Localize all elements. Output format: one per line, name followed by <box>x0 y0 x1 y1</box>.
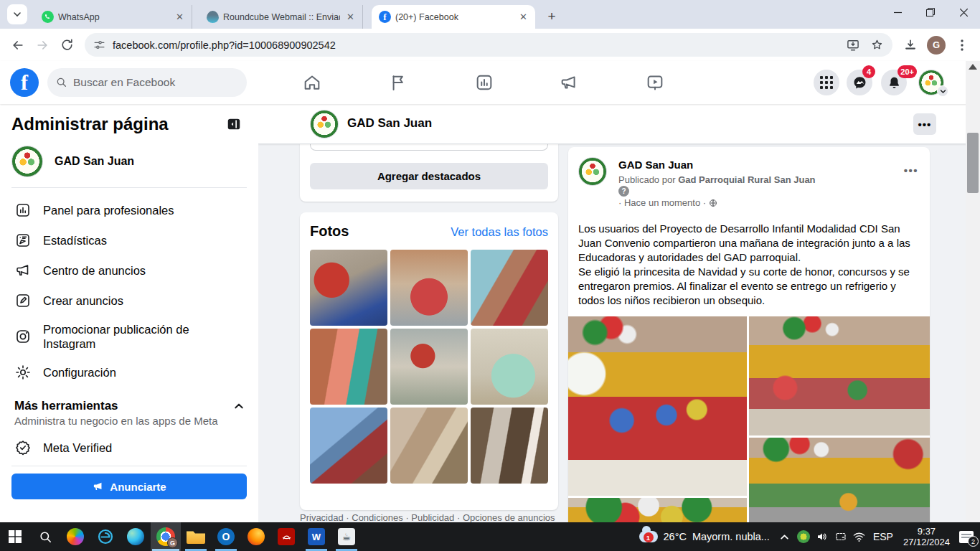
nav-ads-megaphone-icon[interactable] <box>559 72 579 93</box>
post-author-name[interactable]: GAD San Juan <box>618 159 693 171</box>
nav-professional-dashboard-icon[interactable] <box>474 72 494 93</box>
apps-grid-menu-icon[interactable] <box>814 70 839 95</box>
nav-pages-flag-icon[interactable] <box>388 72 408 93</box>
window-close-button[interactable] <box>947 0 980 24</box>
tab-search-chevron-icon[interactable] <box>7 4 27 24</box>
sidebar-item-professional-dashboard[interactable]: Panel para profesionales <box>11 195 247 225</box>
tab-close-icon[interactable]: ✕ <box>174 11 186 23</box>
acrobat-icon[interactable] <box>271 522 301 551</box>
url-text[interactable]: facebook.com/profile.php?id=100068900902… <box>113 39 846 51</box>
sidebar-item-meta-verified[interactable]: Meta Verified <box>11 433 247 463</box>
footer-links[interactable]: Privacidad · Condiciones · Publicidad · … <box>300 512 558 522</box>
add-highlights-button[interactable]: Agregar destacados <box>310 163 548 189</box>
downloads-button[interactable] <box>898 33 923 57</box>
chrome-icon-active[interactable]: G <box>151 522 181 551</box>
published-by-name[interactable]: Gad Parroquial Rural San Juan <box>678 174 815 185</box>
advertise-button[interactable]: Anunciarte <box>11 474 247 499</box>
sidebar-item-settings[interactable]: Configuración <box>11 357 247 387</box>
tab-roundcube[interactable]: Roundcube Webmail :: Enviados ✕ <box>199 5 363 29</box>
post-menu-kebab-icon[interactable]: ••• <box>904 164 918 176</box>
taskbar-search-icon[interactable] <box>30 522 60 551</box>
cast-screen-icon[interactable] <box>831 522 850 551</box>
browser-profile-avatar[interactable]: G <box>927 36 946 55</box>
sidebar-item-label: Centro de anuncios <box>43 263 146 278</box>
page-name: GAD San Juan <box>55 155 134 168</box>
facebook-search[interactable] <box>47 68 247 97</box>
photo-thumbnail[interactable] <box>390 250 468 326</box>
forward-button[interactable] <box>30 33 55 57</box>
tab-close-icon[interactable]: ✕ <box>344 11 357 23</box>
photo-thumbnail[interactable] <box>471 329 548 405</box>
page-avatar[interactable] <box>310 110 339 138</box>
sidebar-item-ads-center[interactable]: Centro de anuncios <box>11 255 247 286</box>
bookmark-star-icon[interactable] <box>870 38 884 52</box>
megaphone-icon <box>92 481 104 493</box>
install-icon[interactable] <box>846 38 860 52</box>
notification-center-icon[interactable]: 2 <box>956 522 977 551</box>
reload-button[interactable] <box>55 33 79 57</box>
create-pencil-icon <box>14 292 32 309</box>
photo-thumbnail[interactable] <box>310 250 387 326</box>
post-photo[interactable] <box>568 498 747 522</box>
photo-thumbnail[interactable] <box>471 250 548 326</box>
photo-thumbnail[interactable] <box>390 329 468 405</box>
sidebar-item-create-ads[interactable]: Crear anuncios <box>11 286 247 316</box>
photo-thumbnail[interactable] <box>390 408 468 484</box>
photo-thumbnail[interactable] <box>310 329 387 405</box>
address-bar[interactable]: facebook.com/profile.php?id=100068900902… <box>85 33 892 57</box>
post-author-avatar[interactable] <box>578 157 607 186</box>
page-more-button[interactable]: ••• <box>913 113 936 135</box>
file-explorer-icon[interactable] <box>181 522 211 551</box>
firefox-icon[interactable] <box>241 522 271 551</box>
photo-thumbnail[interactable] <box>471 408 548 484</box>
post-card: GAD San Juan Publicado por Gad Parroquia… <box>568 147 930 522</box>
browser-menu-kebab-icon[interactable] <box>950 33 974 57</box>
antivirus-icon[interactable] <box>794 522 813 551</box>
post-published-by: Publicado por Gad Parroquial Rural San J… <box>618 174 816 185</box>
facebook-logo[interactable]: f <box>10 68 39 97</box>
sidebar-item-insights[interactable]: Estadísticas <box>11 225 247 255</box>
nav-home-icon[interactable] <box>302 72 322 93</box>
see-all-photos-link[interactable]: Ver todas las fotos <box>451 225 548 239</box>
verified-badge-icon <box>14 439 32 456</box>
tab-whatsapp[interactable]: WhatsApp ✕ <box>34 5 192 29</box>
weather-temp: 26°C <box>664 531 687 542</box>
weather-widget[interactable]: 1 26°C Mayorm. nubla... <box>633 531 776 542</box>
window-restore-button[interactable] <box>914 0 947 24</box>
weather-badge: 1 <box>644 532 654 542</box>
tab-close-icon[interactable]: ✕ <box>517 11 529 23</box>
language-indicator[interactable]: ESP <box>869 531 897 542</box>
sidebar-item-boost-instagram[interactable]: Promocionar publicación de Instagram <box>11 316 247 357</box>
taskbar-clock[interactable]: 9:37 27/12/2024 <box>897 526 956 547</box>
post-photo[interactable] <box>749 316 930 435</box>
tab-facebook-active[interactable]: f (20+) Facebook ✕ <box>372 5 535 29</box>
new-tab-button[interactable]: + <box>542 6 562 27</box>
volume-icon[interactable] <box>813 522 831 551</box>
post-photo[interactable] <box>749 438 930 522</box>
sidebar-page-row[interactable]: GAD San Juan <box>11 146 247 177</box>
java-app-icon[interactable]: ☕ <box>331 522 362 551</box>
edge-icon[interactable] <box>121 522 151 551</box>
nav-video-icon[interactable] <box>645 72 665 93</box>
sidebar-collapse-icon[interactable] <box>221 111 247 137</box>
tray-chevron-up-icon[interactable] <box>776 522 794 551</box>
word-icon[interactable]: W <box>301 522 331 551</box>
scrollbar-up-arrow[interactable] <box>969 64 977 70</box>
internet-explorer-icon[interactable] <box>90 522 121 551</box>
site-settings-icon[interactable] <box>93 39 105 51</box>
wifi-icon[interactable] <box>850 522 869 551</box>
more-tools-header[interactable]: Más herramientas <box>14 399 244 413</box>
start-button[interactable] <box>0 522 30 551</box>
sidebar-item-label: Panel para profesionales <box>43 203 174 217</box>
post-photo[interactable] <box>568 316 747 496</box>
post-help-badge[interactable]: ? <box>618 186 629 197</box>
page-scrollbar[interactable] <box>966 61 980 522</box>
back-button[interactable] <box>6 33 30 57</box>
outlook-icon[interactable]: O <box>211 522 241 551</box>
search-input[interactable] <box>73 76 231 89</box>
post-timestamp[interactable]: · Hace un momento · <box>618 197 717 208</box>
scrollbar-thumb[interactable] <box>967 133 979 193</box>
copilot-icon[interactable] <box>60 522 90 551</box>
window-minimize-button[interactable] <box>881 0 914 24</box>
photo-thumbnail[interactable] <box>310 408 387 484</box>
